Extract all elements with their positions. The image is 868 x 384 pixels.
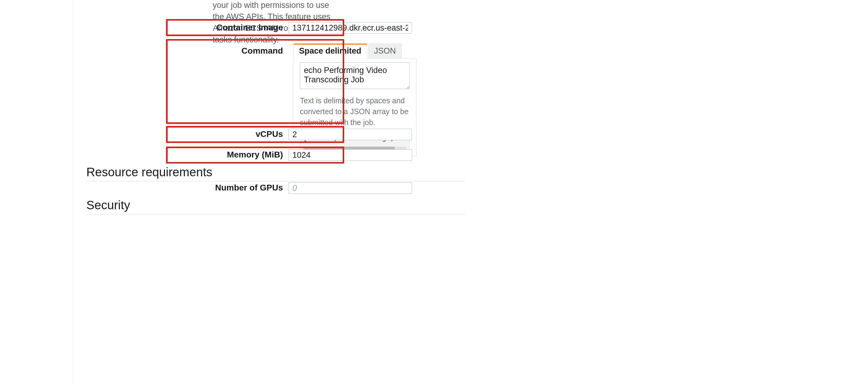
tab-json[interactable]: JSON (368, 43, 402, 59)
section-rule-resource-requirements (86, 181, 465, 182)
memory-label: Memory (MiB) (166, 149, 288, 160)
tab-space-delimited[interactable]: Space delimited (293, 43, 367, 59)
gpus-input[interactable] (288, 182, 412, 194)
memory-row: Memory (MiB) (166, 149, 412, 161)
command-label: Command (166, 43, 288, 56)
gpus-row: Number of GPUs (166, 182, 412, 194)
section-rule-security (86, 214, 465, 215)
memory-input[interactable] (288, 149, 412, 161)
section-title-resource-requirements: Resource requirements (86, 165, 212, 179)
gpus-label: Number of GPUs (166, 182, 288, 193)
left-pane-divider (73, 0, 73, 384)
command-textarea[interactable]: echo Performing Video Transcoding Job (300, 62, 410, 89)
command-tabs: Space delimited JSON (293, 43, 416, 59)
container-image-input[interactable] (288, 22, 412, 34)
container-image-label: Container image (166, 22, 288, 33)
vcpus-label: vCPUs (166, 129, 288, 139)
container-image-row: Container image (166, 22, 412, 34)
form-panel: your job with permissions to use the AWS… (86, 0, 859, 384)
command-tab-body: echo Performing Video Transcoding Job Te… (293, 59, 416, 156)
command-hint-text: Text is delimited by spaces and converte… (300, 95, 410, 128)
section-title-security: Security (86, 198, 130, 212)
vcpus-row: vCPUs (166, 129, 412, 140)
vcpus-input[interactable] (288, 129, 412, 140)
command-row: Command (166, 43, 288, 56)
